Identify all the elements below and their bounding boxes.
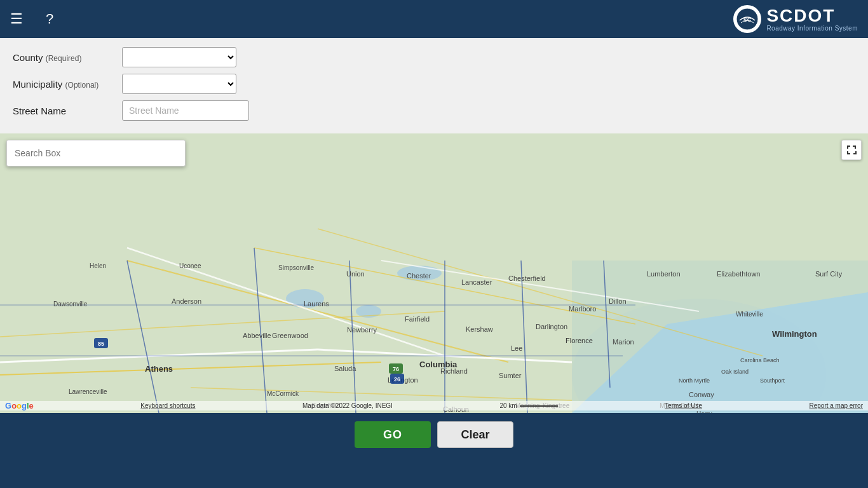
map-attribution: Google Keyboard shortcuts Map data ©2022… [0,401,868,410]
fullscreen-icon [846,144,857,156]
svg-text:85: 85 [98,341,104,347]
search-box-container [6,140,186,166]
attribution-scale: 20 km [499,402,557,409]
google-logo: Google [5,401,34,410]
logo-emblem: SC [733,5,761,33]
svg-text:Athens: Athens [145,364,173,374]
header: ☰ ? SC SCDOT Roadway Information System [0,0,868,38]
svg-text:Dawsonville: Dawsonville [53,301,88,308]
svg-text:Uconee: Uconee [179,262,201,269]
svg-text:Lee: Lee [511,344,522,352]
svg-text:Abbeville: Abbeville [243,332,271,339]
svg-text:Clarendon: Clarendon [519,412,548,413]
svg-text:Helen: Helen [90,262,106,269]
attribution-keyboard[interactable]: Keyboard shortcuts [140,402,195,409]
svg-text:Fairfield: Fairfield [405,315,430,323]
municipality-select[interactable] [122,74,236,94]
svg-text:Sumter: Sumter [499,372,522,379]
svg-text:Southport: Southport [760,377,785,384]
county-row: County (Required) Abbeville Aiken Charle… [13,47,855,67]
svg-text:76: 76 [393,366,399,372]
svg-text:Kershaw: Kershaw [466,325,493,333]
municipality-label: Municipality (Optional) [13,79,114,90]
attribution-report[interactable]: Report a map error [809,402,862,409]
svg-text:Lancaster: Lancaster [461,278,492,286]
svg-text:Union: Union [346,270,365,278]
logo-text-block: SCDOT Roadway Information System [766,7,858,32]
map-container: Columbia Charleston Florence Anderson La… [0,133,868,413]
county-label: County (Required) [13,52,114,63]
map-svg: Columbia Charleston Florence Anderson La… [0,133,868,413]
svg-text:Greenwood: Greenwood [272,332,308,339]
logo-scdot-text: SCDOT [766,7,858,25]
svg-text:Lumberton: Lumberton [647,270,681,278]
bottom-bar: GO Clear [0,413,868,456]
svg-text:Conway: Conway [689,391,714,398]
svg-text:26: 26 [394,376,400,383]
svg-text:Wilmington: Wilmington [772,329,817,339]
svg-text:Lawrenceville: Lawrenceville [69,388,107,395]
menu-icon[interactable]: ☰ [10,11,23,27]
attribution-terms[interactable]: Terms of Use [665,402,702,409]
logo-svg: SC [736,8,759,30]
svg-text:McCormick: McCormick [267,390,299,397]
svg-text:Carolina Beach: Carolina Beach [740,357,780,363]
form-area: County (Required) Abbeville Aiken Charle… [0,38,868,133]
street-name-input[interactable] [122,100,249,121]
logo: SC SCDOT Roadway Information System [733,5,858,33]
svg-text:Chesterfield: Chesterfield [508,274,546,282]
svg-text:Whiteville: Whiteville [736,311,763,318]
svg-text:Florence: Florence [566,337,593,344]
svg-text:Newberry: Newberry [347,326,377,334]
svg-text:Oak Island: Oak Island [721,369,749,375]
clear-button[interactable]: Clear [437,421,513,448]
svg-text:Elizabethtown: Elizabethtown [717,270,761,278]
svg-text:Dillon: Dillon [609,297,627,305]
svg-text:Marion: Marion [613,338,634,346]
svg-text:Aiken: Aiken [336,412,354,413]
street-name-label: Street Name [13,105,114,116]
county-select[interactable]: Abbeville Aiken Charleston Columbia Gree… [122,47,236,67]
help-icon[interactable]: ? [46,11,53,27]
svg-text:North Myrtle: North Myrtle [679,377,710,384]
svg-text:Darlington: Darlington [536,323,567,330]
attribution-data: Map data ©2022 Google, INEGI [302,402,393,409]
svg-text:Horry: Horry [696,410,712,413]
svg-text:Simpsonville: Simpsonville [278,264,315,271]
svg-text:Marlboro: Marlboro [569,305,596,313]
search-box-input[interactable] [7,140,185,166]
svg-text:Laurens: Laurens [304,300,329,308]
street-name-row: Street Name [13,100,855,121]
go-button[interactable]: GO [355,421,431,448]
municipality-row: Municipality (Optional) [13,74,855,94]
svg-text:Chester: Chester [407,272,431,280]
logo-subtitle-text: Roadway Information System [766,25,858,32]
svg-text:Anderson: Anderson [172,297,201,305]
svg-text:Surf City: Surf City [815,270,843,278]
svg-text:Richland: Richland [440,367,468,375]
svg-text:Saluda: Saluda [334,365,356,372]
fullscreen-button[interactable] [841,140,862,160]
